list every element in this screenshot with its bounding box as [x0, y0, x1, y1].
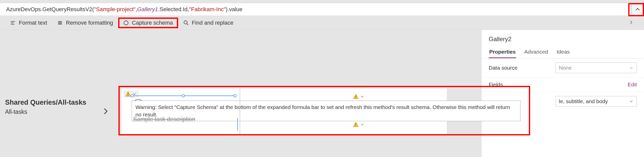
format-text-button[interactable]: Format text: [5, 18, 52, 28]
format-text-label: Format text: [19, 20, 47, 26]
main-area: Shared Queries/All-tasks All-tasks Warni…: [0, 30, 644, 157]
prop-data-source: Data source None: [482, 58, 644, 77]
formula-bar: AzureDevOps.GetQueryResultsV2("Sample-pr…: [0, 3, 644, 16]
left-panel-subtitle: All-tasks: [5, 108, 102, 115]
chevron-down-icon[interactable]: [360, 122, 365, 127]
pane-header: Gallery2: [482, 30, 644, 46]
remove-formatting-button[interactable]: Remove formatting: [52, 18, 118, 28]
format-text-icon: [10, 20, 16, 26]
nav-arrow[interactable]: [102, 106, 109, 119]
prop-fields: Fields Edit: [482, 77, 644, 92]
formula-input[interactable]: AzureDevOps.GetQueryResultsV2("Sample-pr…: [0, 4, 631, 15]
remove-formatting-icon: [57, 20, 63, 26]
layout-select[interactable]: le, subtitle, and body: [556, 96, 637, 107]
warning-icon: [353, 121, 359, 128]
capture-schema-icon: [123, 20, 129, 26]
fx-method: GetQueryResultsV2: [42, 6, 92, 12]
edit-fields-link[interactable]: Edit: [628, 82, 637, 88]
chevron-right-icon: [628, 20, 634, 25]
selection-border: [237, 118, 238, 131]
search-icon: [183, 20, 189, 26]
capture-schema-button[interactable]: Capture schema: [118, 18, 178, 28]
data-source-select[interactable]: None: [556, 62, 637, 73]
warning-icon: [125, 91, 131, 97]
svg-point-7: [124, 21, 128, 25]
chevron-down-icon: [629, 66, 634, 70]
svg-point-18: [356, 125, 356, 126]
property-pane: Gallery2 Properties Advanced Ideas Data …: [481, 30, 644, 157]
chevron-up-icon: [635, 6, 641, 12]
top-strip: [0, 0, 644, 3]
resize-handle[interactable]: [234, 94, 237, 97]
formula-toolbar: Format text Remove formatting Capture sc…: [0, 16, 644, 30]
gallery-control[interactable]: Warning: Select "Capture Schema" at the …: [121, 88, 447, 134]
chevron-down-icon: [629, 99, 634, 104]
tooltip-text: Warning: Select "Capture Schema" at the …: [135, 104, 510, 117]
collapse-formula-button[interactable]: [631, 3, 644, 16]
svg-point-12: [128, 95, 129, 96]
pane-title: Gallery2: [489, 33, 637, 45]
fx-ident: Gallery1: [137, 6, 158, 12]
canvas-area[interactable]: Shared Queries/All-tasks All-tasks Warni…: [0, 30, 481, 157]
fields-label: Fields: [489, 82, 503, 88]
warning-badge-3[interactable]: [353, 121, 365, 128]
sample-description: Sample task description: [133, 116, 195, 123]
toolbar-chevron-right[interactable]: [623, 18, 639, 28]
svg-point-15: [356, 98, 356, 98]
fx-arg1: "Sample-project": [94, 6, 136, 12]
remove-formatting-label: Remove formatting: [66, 20, 113, 26]
template-divider: [240, 88, 240, 134]
warning-icon: [353, 93, 359, 100]
find-replace-button[interactable]: Find and replace: [178, 18, 239, 28]
svg-line-9: [187, 23, 188, 25]
left-panel-title: Shared Queries/All-tasks: [5, 98, 102, 107]
tab-ideas[interactable]: Ideas: [556, 46, 570, 58]
left-panel: Shared Queries/All-tasks All-tasks: [5, 98, 102, 115]
pane-tabs: Properties Advanced Ideas: [482, 46, 644, 58]
chevron-down-icon[interactable]: [360, 94, 365, 99]
warning-badge-2[interactable]: [353, 93, 365, 100]
chevron-right-icon: [102, 106, 109, 116]
capture-schema-label: Capture schema: [132, 20, 173, 26]
tab-advanced[interactable]: Advanced: [524, 46, 548, 58]
tab-properties[interactable]: Properties: [489, 46, 516, 58]
find-replace-label: Find and replace: [192, 20, 234, 26]
svg-point-8: [184, 21, 187, 24]
fx-prefix: AzureDevOps.: [6, 6, 42, 12]
data-source-value: None: [559, 65, 572, 71]
data-source-label: Data source: [489, 65, 517, 71]
fx-arg3: "Fabrikam-Inc": [189, 6, 226, 12]
resize-handle[interactable]: [131, 94, 134, 97]
layout-value: le, subtitle, and body: [559, 98, 608, 104]
resize-handle[interactable]: [182, 94, 185, 97]
